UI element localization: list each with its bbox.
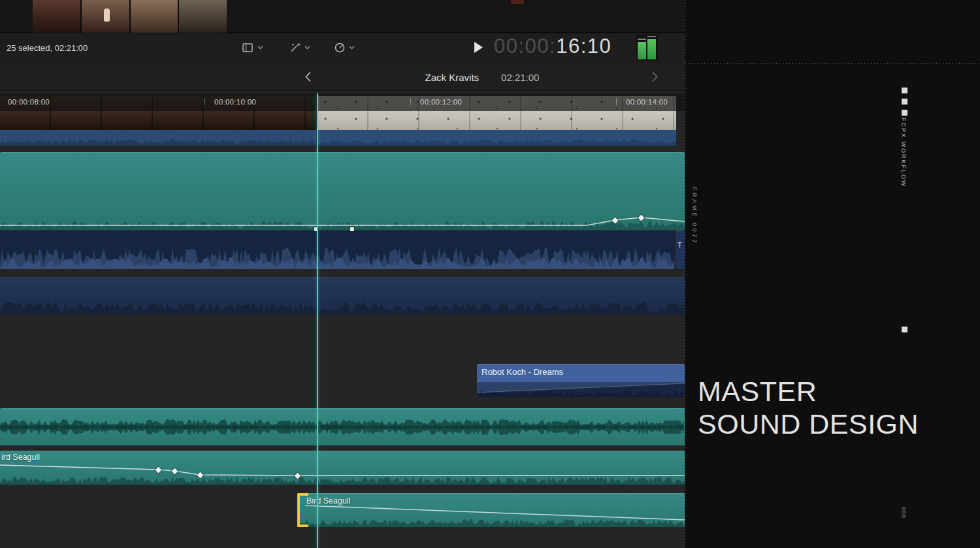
timeline-titlebar: Zack Kravits 02:21:00 [0, 63, 685, 91]
film-frame [131, 0, 178, 33]
music-waveform-section [477, 382, 685, 397]
chevron-down-icon [349, 46, 355, 50]
film-frame [82, 0, 129, 33]
heading-line-1: MASTER [698, 375, 919, 408]
connected-audio-bar [318, 130, 676, 146]
chevron-right-icon [651, 71, 659, 82]
chevron-down-icon [257, 46, 263, 50]
project-title: Zack Kravits [425, 72, 480, 83]
audio-clip-navy-2[interactable] [0, 277, 685, 315]
clip-filmstrip-thumbnail[interactable] [33, 0, 227, 33]
film-frame [179, 0, 227, 33]
audio-meter-left [638, 42, 646, 59]
ruler-label: 00:00:12:00 [420, 98, 462, 106]
volume-line[interactable] [0, 451, 685, 485]
chevron-left-icon [304, 71, 312, 82]
audio-clip-seagull-track[interactable]: ird Seagull [0, 451, 685, 485]
heading-line-2: SOUND DESIGN [698, 408, 919, 440]
selection-bracket-arm [297, 524, 308, 527]
fade-ramp[interactable] [477, 382, 685, 397]
browser-strip [0, 0, 685, 33]
viewer-edge [511, 0, 524, 4]
ruler-label: 00:00:10:00 [214, 98, 256, 106]
audio-meter-right [647, 39, 656, 59]
clip-label: Robot Koch - Dreams [482, 367, 563, 377]
timecode-hours-minutes: 00:00: [494, 35, 556, 57]
audio-clip-ambience[interactable] [0, 152, 685, 230]
project-title-group: Zack Kravits 02:21:00 [425, 63, 540, 91]
ruler-label: 00:00:14:00 [626, 98, 668, 106]
audio-clip-teal-row[interactable] [0, 408, 685, 445]
playhead[interactable] [317, 93, 318, 548]
volume-line[interactable] [297, 493, 685, 527]
music-clip[interactable]: Robot Koch - Dreams [477, 364, 685, 397]
selection-status: 25 selected, 02:21:00 [7, 33, 88, 63]
edit-point-marker[interactable] [350, 227, 354, 231]
decor-square [902, 110, 907, 116]
meter-peak-right [647, 36, 656, 37]
audio-meters[interactable] [636, 35, 658, 61]
page-marker-vertical-label: 888 [900, 507, 907, 519]
decor-square [902, 88, 907, 93]
project-timecode: 02:21:00 [501, 72, 539, 83]
audio-clip-seagull-selected[interactable]: Bird Seagull [297, 493, 685, 527]
overlay-panel: FCPX WORKFLOW FRAME 0077 888 MASTER SOUN… [685, 0, 980, 548]
enhance-menu-button[interactable] [289, 39, 310, 56]
audio-clip-partial[interactable]: T [676, 230, 685, 269]
workflow-vertical-label: FCPX WORKFLOW [900, 118, 907, 187]
play-button[interactable] [474, 42, 483, 55]
timeline-toolbar: 25 selected, 02:21:00 [0, 33, 685, 62]
screen: 25 selected, 02:21:00 [0, 0, 980, 548]
person-figure [104, 8, 110, 22]
clip-label: T [678, 241, 682, 249]
audio-clip-navy-1[interactable] [0, 230, 674, 269]
ruler-tick [204, 98, 205, 105]
decor-square [902, 99, 907, 105]
selection-bracket-arm [297, 493, 308, 496]
timeline-area[interactable]: 00:00:08:00 00:00:10:00 00:00:12:00 00:0… [0, 91, 685, 548]
play-icon [474, 42, 483, 53]
decor-square [902, 327, 907, 332]
ruler-tick [616, 98, 617, 105]
ruler-tick [410, 98, 411, 105]
timeline-ruler[interactable]: 00:00:08:00 00:00:10:00 00:00:12:00 00:0… [0, 93, 685, 111]
timecode-display[interactable]: 00:00:16:10 [494, 35, 612, 58]
section-heading: MASTER SOUND DESIGN [698, 375, 919, 440]
transform-menu-button[interactable] [242, 39, 263, 56]
connected-audio-bar [0, 130, 316, 146]
transform-icon [242, 42, 254, 53]
dotted-separator-horizontal [685, 63, 980, 64]
clip-label: ird Seagull [1, 453, 40, 462]
timecode-seconds-frames: 16:10 [556, 35, 612, 57]
film-frame [33, 0, 80, 33]
meter-peak-left [638, 39, 646, 40]
dotted-separator-vertical [685, 0, 685, 548]
timeline-forward-button[interactable] [651, 71, 659, 84]
ruler-label: 00:00:08:00 [8, 98, 50, 106]
enhance-wand-icon [289, 42, 301, 53]
chevron-down-icon [304, 46, 310, 50]
fcpx-window: 25 selected, 02:21:00 [0, 0, 685, 548]
retime-gauge-icon [334, 42, 346, 54]
retime-menu-button[interactable] [334, 39, 355, 56]
volume-line[interactable] [0, 152, 685, 230]
clip-label: Bird Seagull [306, 496, 350, 506]
frame-number-vertical-label: FRAME 0077 [691, 187, 698, 245]
timeline-back-button[interactable] [304, 71, 312, 84]
selection-bracket-bar [297, 493, 300, 527]
